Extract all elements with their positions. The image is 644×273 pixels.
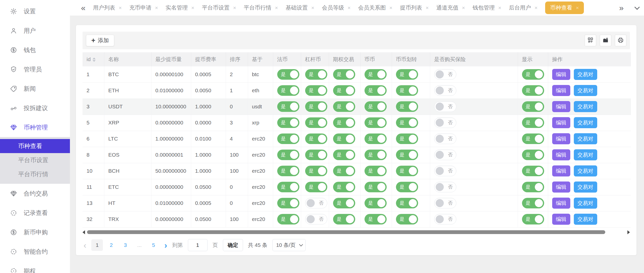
edit-button[interactable]: 编辑 [552,165,570,176]
scroll-right-arrow-icon[interactable] [627,230,630,234]
page-size-select[interactable]: 10 条/页 [272,239,306,251]
add-button[interactable]: + 添加 [86,35,114,46]
goto-page-input[interactable] [188,239,208,251]
page-number[interactable]: 2 [105,239,117,251]
trade-pair-button[interactable]: 交易对 [574,214,597,225]
toggle-on[interactable]: 是 [396,69,418,80]
print-button[interactable] [615,35,626,46]
toggle-on[interactable]: 是 [277,117,299,128]
tab-platform-coin-market[interactable]: 平台币行情× [244,4,278,12]
trade-pair-button[interactable]: 交易对 [574,198,597,209]
edit-button[interactable]: 编辑 [552,149,570,160]
toggle-on[interactable]: 是 [522,101,544,112]
toggle-off[interactable]: 否 [305,198,327,208]
columns-button[interactable] [585,35,596,46]
tab-backend-user[interactable]: 后台用户× [509,4,538,12]
toggle-on[interactable]: 是 [365,214,387,224]
edit-button[interactable]: 编辑 [552,133,570,144]
toggle-on[interactable]: 是 [365,198,387,208]
toggle-on[interactable]: 是 [522,198,544,208]
sidebar-item-news[interactable]: 新闻 [0,79,70,98]
tab-member-relation[interactable]: 会员关系图× [358,4,392,12]
toggle-on[interactable]: 是 [333,182,355,192]
tab-basic-settings[interactable]: 基础设置× [286,4,314,12]
toggle-on[interactable]: 是 [365,85,387,96]
sidebar-item-options[interactable]: 期权 [0,261,70,273]
toggle-on[interactable]: 是 [277,182,299,192]
page-number[interactable]: 3 [119,239,131,251]
sidebar-item-contract-trade[interactable]: 合约交易 [0,184,70,203]
tabs-scroll-left-icon[interactable]: « [81,4,86,12]
edit-button[interactable]: 编辑 [552,117,570,128]
toggle-on[interactable]: 是 [333,69,355,80]
toggle-on[interactable]: 是 [396,166,418,176]
toggle-on[interactable]: 是 [365,133,387,144]
toggle-on[interactable]: 是 [365,166,387,176]
toggle-on[interactable]: 是 [365,150,387,160]
toggle-on[interactable]: 是 [522,166,544,176]
toggle-on[interactable]: 是 [365,182,387,192]
toggle-on[interactable]: 是 [396,85,418,96]
toggle-on[interactable]: 是 [522,85,544,96]
trade-pair-button[interactable]: 交易对 [574,181,597,193]
toggle-on[interactable]: 是 [277,133,299,144]
scroll-left-arrow-icon[interactable] [83,230,85,234]
toggle-on[interactable]: 是 [522,214,544,224]
sidebar-item-settings[interactable]: 设置 [0,2,70,21]
sidebar-item-feedback[interactable]: 投拆建议 [0,98,70,118]
toggle-off[interactable]: 否 [434,117,456,128]
toggle-on[interactable]: 是 [277,85,299,96]
toggle-on[interactable]: 是 [396,117,418,128]
toggle-on[interactable]: 是 [396,214,418,224]
tabs-dropdown-icon[interactable] [634,4,640,10]
toggle-on[interactable]: 是 [333,214,355,224]
toggle-off[interactable]: 否 [434,101,456,112]
toggle-off[interactable]: 否 [434,198,456,208]
tab-platform-coin-settings[interactable]: 平台币设置× [202,4,236,12]
toggle-off[interactable]: 否 [434,182,456,192]
submenu-item-platform-coin-market[interactable]: 平台币行情 [0,167,70,181]
tab-channel-recharge[interactable]: 通道充值× [436,4,465,12]
tabs-scroll-right-icon[interactable]: » [619,4,624,12]
toggle-on[interactable]: 是 [333,101,355,112]
toggle-off[interactable]: 否 [434,69,456,80]
close-icon[interactable]: × [155,5,158,11]
toggle-on[interactable]: 是 [396,101,418,112]
close-icon[interactable]: × [389,5,392,11]
sort-icon[interactable] [93,58,96,62]
edit-button[interactable]: 编辑 [552,181,570,193]
toggle-on[interactable]: 是 [277,198,299,208]
toggle-off[interactable]: 否 [434,85,456,96]
toggle-on[interactable]: 是 [277,69,299,80]
toggle-on[interactable]: 是 [365,101,387,112]
trade-pair-button[interactable]: 交易对 [574,101,597,112]
sidebar-item-admin[interactable]: 管理员 [0,60,70,79]
sidebar-item-users[interactable]: 用户 [0,21,70,40]
edit-button[interactable]: 编辑 [552,198,570,209]
toggle-on[interactable]: 是 [333,150,355,160]
submenu-item-coin-view[interactable]: 币种查看 [0,139,70,153]
toggle-off[interactable]: 否 [434,166,456,176]
toggle-on[interactable]: 是 [365,69,387,80]
sidebar-item-wallet[interactable]: 钱包 [0,40,70,60]
submenu-item-platform-coin-settings[interactable]: 平台币设置 [0,153,70,167]
toggle-on[interactable]: 是 [396,133,418,144]
close-icon[interactable]: × [462,5,465,11]
toggle-off[interactable]: 否 [434,214,456,224]
toggle-on[interactable]: 是 [396,182,418,192]
close-icon[interactable]: × [498,5,501,11]
toggle-on[interactable]: 是 [333,133,355,144]
page-number[interactable]: 5 [148,239,159,251]
edit-button[interactable]: 编辑 [552,69,570,80]
toggle-on[interactable]: 是 [277,150,299,160]
sidebar-item-smart-contract[interactable]: 智能合约 [0,242,70,261]
toggle-on[interactable]: 是 [277,214,299,224]
next-page-icon[interactable]: › [164,241,167,249]
close-icon[interactable]: × [275,5,278,11]
prev-page-icon[interactable]: ‹ [84,241,86,249]
toggle-on[interactable]: 是 [305,182,327,192]
close-icon[interactable]: × [576,5,579,11]
toggle-on[interactable]: 是 [305,85,327,96]
sidebar-item-record-view[interactable]: 记录查看 [0,203,70,222]
tab-coin-view[interactable]: 币种查看× [545,2,584,14]
